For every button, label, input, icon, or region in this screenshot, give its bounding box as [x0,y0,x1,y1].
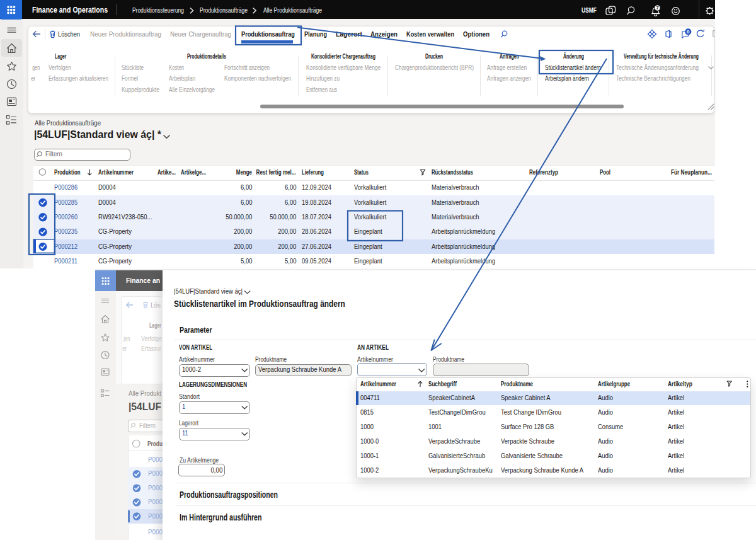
svg-text:0: 0 [687,29,690,35]
svg-text:7: 7 [656,5,659,11]
